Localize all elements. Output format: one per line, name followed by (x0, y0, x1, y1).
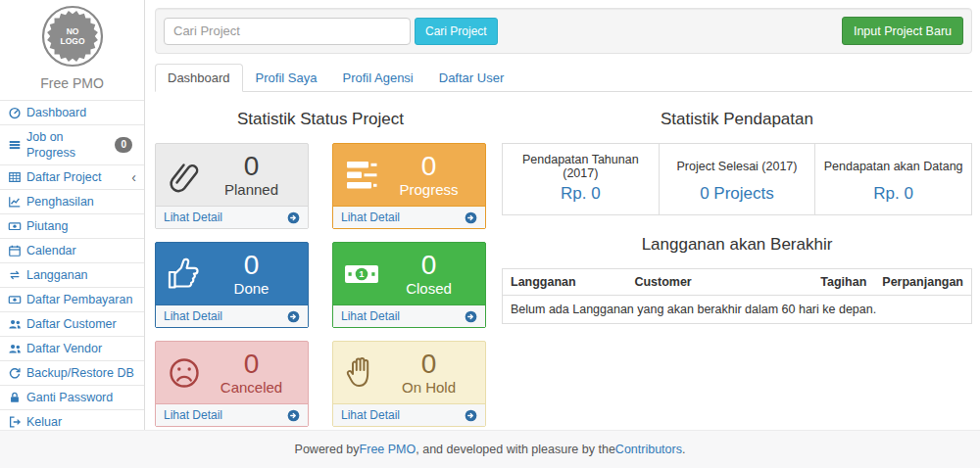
sidebar-item-daftar-project[interactable]: Daftar Project ‹ (0, 165, 144, 190)
revenue-section: Statistik Pendapatan Pendapatan Tahunan … (502, 104, 972, 427)
search-bar: Cari Project Input Project Baru (155, 8, 972, 54)
pendapatan-title: Statistik Pendapatan (502, 110, 972, 129)
no-logo-badge: NO LOGO (41, 5, 104, 68)
status-section-title: Statistik Status Project (155, 110, 486, 129)
free-pmo-link[interactable]: Free PMO (360, 443, 416, 456)
progress-count: 0 (381, 152, 476, 181)
hand-icon (342, 353, 381, 393)
sidebar-item-daftar-customer[interactable]: Daftar Customer (0, 312, 144, 337)
sidebar-item-label: Daftar Customer (26, 316, 117, 332)
frown-icon (165, 353, 204, 393)
done-detail-link[interactable]: Lihat Detail (156, 304, 308, 327)
banknote-digit: 1 (359, 268, 365, 279)
col-langganan: Langganan (503, 269, 627, 296)
footer-text: Powered by (295, 443, 360, 456)
sign-out-icon (8, 415, 22, 429)
page-footer: Powered by Free PMO , and developed with… (0, 430, 980, 468)
chevron-left-icon: ‹ (131, 170, 136, 184)
sidebar-item-dashboard[interactable]: Dashboard (0, 101, 144, 125)
sidebar-item-job-on-progress[interactable]: Job on Progress 0 (0, 125, 144, 165)
canceled-count: 0 (204, 350, 299, 379)
sidebar-item-label: Piutang (26, 218, 68, 234)
users-icon (8, 342, 22, 355)
done-label: Done (204, 280, 299, 298)
sidebar-item-langganan[interactable]: Langganan (0, 263, 144, 288)
detail-link-label: Lihat Detail (341, 408, 400, 422)
tab-profil-saya[interactable]: Profil Saya (243, 64, 330, 92)
stat-value: Rp. 0 (815, 182, 972, 215)
contributors-link[interactable]: Contributors (615, 443, 682, 456)
money-icon (8, 219, 22, 233)
stat-label: Project Selesai (2017) (659, 144, 815, 183)
closed-count: 0 (381, 251, 476, 280)
col-tagihan: Tagihan (812, 269, 874, 296)
progress-label: Progress (381, 181, 476, 199)
stat-label: Pendapatan Tahunan (2017) (503, 144, 660, 183)
sidebar-item-label: Calendar (26, 243, 76, 258)
refresh-icon (8, 366, 22, 380)
sidebar-item-label: Penghasilan (26, 194, 94, 210)
footer-text: , and developed with pleasure by the (416, 443, 615, 456)
sidebar-item-label: Ganti Password (26, 390, 113, 405)
detail-link-label: Lihat Detail (164, 211, 222, 224)
input-project-baru-button[interactable]: Input Project Baru (842, 17, 963, 45)
tab-daftar-user[interactable]: Daftar User (426, 64, 516, 92)
footer-text: . (682, 443, 685, 456)
card-on-hold: 0 On Hold Lihat Detail (332, 341, 486, 427)
sidebar: NO LOGO Free PMO Dashboard Job on Progre… (0, 0, 145, 431)
planned-label: Planned (204, 181, 299, 199)
card-canceled: 0 Canceled Lihat Detail (155, 341, 309, 427)
arrow-circle-right-icon (287, 310, 300, 323)
arrow-circle-right-icon (465, 409, 477, 422)
sidebar-item-label: Dashboard (26, 105, 86, 120)
card-closed: 1 0 Closed Lihat Detail (332, 242, 486, 328)
pendapatan-table: Pendapatan Tahunan (2017) Project Selesa… (502, 143, 972, 215)
logo-area: NO LOGO Free PMO (0, 0, 144, 91)
dashboard-icon (8, 106, 22, 119)
arrow-circle-right-icon (287, 409, 300, 422)
tab-dashboard[interactable]: Dashboard (155, 64, 243, 92)
arrow-circle-right-icon (465, 211, 477, 224)
sidebar-item-penghasilan[interactable]: Penghasilan (0, 190, 144, 214)
list-icon (8, 138, 22, 152)
empty-message: Belum ada Langganan yang akan berakhir d… (503, 296, 972, 324)
card-done: 0 Done Lihat Detail (155, 242, 309, 328)
sidebar-item-daftar-pembayaran[interactable]: Daftar Pembayaran (0, 288, 144, 312)
search-button[interactable]: Cari Project (415, 18, 498, 45)
onhold-detail-link[interactable]: Lihat Detail (333, 403, 485, 426)
brand-name: Free PMO (0, 75, 144, 91)
tab-profil-agensi[interactable]: Profil Agensi (329, 64, 425, 92)
status-section: Statistik Status Project 0 Planned Lihat… (155, 104, 486, 427)
arrow-circle-right-icon (287, 211, 300, 224)
detail-link-label: Lihat Detail (341, 309, 400, 323)
table-row-empty: Belum ada Langganan yang akan berakhir d… (503, 296, 972, 324)
planned-detail-link[interactable]: Lihat Detail (156, 206, 308, 228)
line-chart-icon (8, 195, 22, 209)
tasks-icon (342, 156, 381, 195)
sidebar-item-label: Job on Progress (26, 129, 110, 161)
banknote-icon: 1 (342, 255, 381, 294)
logo-text-line2: LOGO (60, 36, 84, 46)
langganan-title: Langganan akan Berakhir (502, 235, 972, 255)
detail-link-label: Lihat Detail (164, 408, 222, 422)
sidebar-item-daftar-vendor[interactable]: Daftar Vendor (0, 337, 144, 361)
closed-detail-link[interactable]: Lihat Detail (333, 304, 485, 327)
detail-link-label: Lihat Detail (164, 309, 222, 323)
sidebar-item-backup-restore[interactable]: Backup/Restore DB (0, 361, 144, 386)
sidebar-item-piutang[interactable]: Piutang (0, 214, 144, 239)
canceled-detail-link[interactable]: Lihat Detail (156, 403, 308, 426)
calendar-icon (8, 244, 22, 257)
progress-detail-link[interactable]: Lihat Detail (333, 206, 485, 228)
logo-text-line1: NO (66, 26, 78, 36)
sidebar-item-label: Backup/Restore DB (26, 365, 134, 381)
langganan-table: Langganan Customer Tagihan Perpanjangan … (502, 268, 972, 324)
sidebar-item-label: Langganan (26, 267, 88, 283)
sidebar-item-label: Daftar Vendor (26, 341, 102, 356)
thumbs-up-icon (165, 255, 204, 294)
sidebar-item-label: Keluar (26, 414, 62, 430)
sidebar-item-ganti-password[interactable]: Ganti Password (0, 386, 144, 410)
sidebar-menu: Dashboard Job on Progress 0 Daftar Proje… (0, 100, 144, 435)
tab-bar: Dashboard Profil Saya Profil Agensi Daft… (155, 64, 972, 92)
search-input[interactable] (164, 18, 411, 45)
sidebar-item-calendar[interactable]: Calendar (0, 239, 144, 263)
